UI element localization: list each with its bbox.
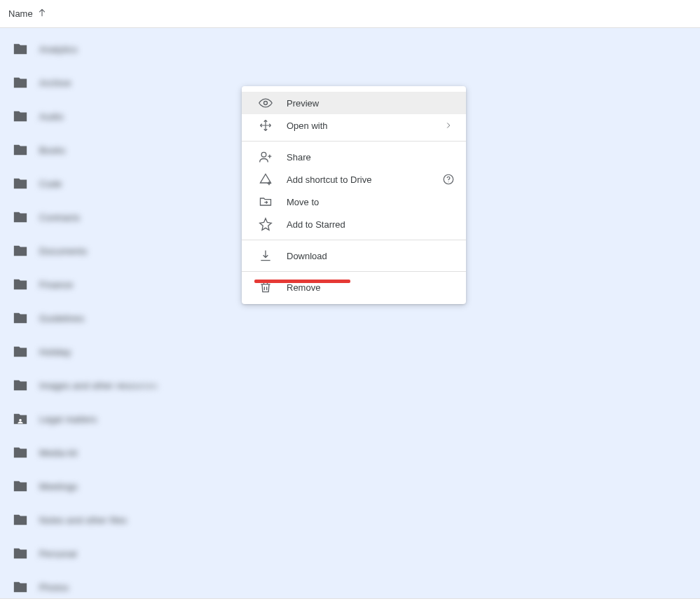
shared-folder-icon [13,411,28,427]
file-row[interactable]: Meetings [4,469,696,503]
folder-icon [13,176,28,191]
svg-point-4 [448,181,448,182]
file-name: Personal [39,549,77,559]
column-header-row: Name [0,0,700,28]
file-row[interactable]: Guidelines [4,301,696,335]
file-row[interactable]: Photos [4,570,696,604]
file-name: Audio [39,111,64,122]
menu-download[interactable]: Download [242,244,466,267]
folder-icon [13,41,28,57]
file-row[interactable]: Notes and other files [4,503,696,537]
menu-add-shortcut[interactable]: Add shortcut to Drive [242,168,466,191]
file-row[interactable]: Images and other resources [4,369,696,402]
menu-share[interactable]: Share [242,146,466,168]
person-add-icon [259,150,273,164]
file-name: Images and other resources [39,380,158,391]
menu-preview[interactable]: Preview [242,92,466,114]
column-header-name[interactable]: Name [8,8,33,19]
menu-remove[interactable]: Remove [242,276,466,298]
trash-icon [259,280,273,294]
svg-point-0 [19,419,22,422]
file-row[interactable]: Media kit [4,436,696,469]
menu-label: Add shortcut to Drive [287,174,442,185]
folder-icon [13,344,28,359]
menu-open-with[interactable]: Open with [242,114,466,137]
folder-icon [13,378,28,393]
drive-shortcut-icon [259,172,273,186]
move-arrows-icon [259,118,273,132]
file-name: Photos [39,582,69,593]
file-name: Guidelines [39,313,84,324]
folder-icon [13,512,28,528]
folder-icon [13,546,28,561]
folder-icon [13,75,28,90]
chevron-right-icon [442,119,455,132]
help-icon[interactable] [442,173,455,186]
eye-icon [259,96,273,110]
file-row[interactable]: Legal matters [4,402,696,436]
folder-icon [13,478,28,494]
menu-label: Open with [287,120,442,131]
file-name: Meetings [39,481,78,492]
download-icon [259,249,273,263]
menu-divider [242,141,466,142]
menu-label: Share [287,152,455,163]
folder-icon [13,209,28,225]
file-row[interactable]: Personal [4,537,696,570]
menu-label: Move to [287,197,455,207]
file-name: Archive [39,78,71,88]
file-name: Holiday [39,347,71,357]
menu-label: Remove [287,282,455,293]
folder-icon [13,445,28,460]
file-name: Finance [39,280,73,290]
menu-add-starred[interactable]: Add to Starred [242,213,466,235]
menu-move-to[interactable]: Move to [242,191,466,213]
menu-divider [242,271,466,272]
menu-label: Download [287,251,455,261]
file-name: Books [39,145,66,156]
folder-icon [13,277,28,292]
star-icon [259,217,273,231]
menu-label: Add to Starred [287,219,455,230]
context-menu: Preview Open with Share Add shortcut to … [242,86,466,304]
file-name: Analytics [39,44,78,55]
folder-icon [13,142,28,158]
file-name: Code [39,179,62,189]
menu-label: Preview [287,98,455,109]
folder-icon [13,243,28,259]
folder-icon [13,310,28,326]
sort-ascending-icon[interactable] [37,8,47,20]
folder-icon [13,579,28,595]
file-name: Media kit [39,448,78,458]
file-row[interactable]: Analytics [4,32,696,66]
file-name: Contracts [39,212,80,223]
folder-icon [13,109,28,124]
file-name: Legal matters [39,414,97,425]
svg-point-2 [261,152,266,157]
file-row[interactable]: Holiday [4,335,696,369]
file-name: Documents [39,246,87,256]
menu-divider [242,240,466,240]
svg-point-1 [264,102,268,105]
file-name: Notes and other files [39,515,128,525]
folder-move-icon [259,195,273,209]
